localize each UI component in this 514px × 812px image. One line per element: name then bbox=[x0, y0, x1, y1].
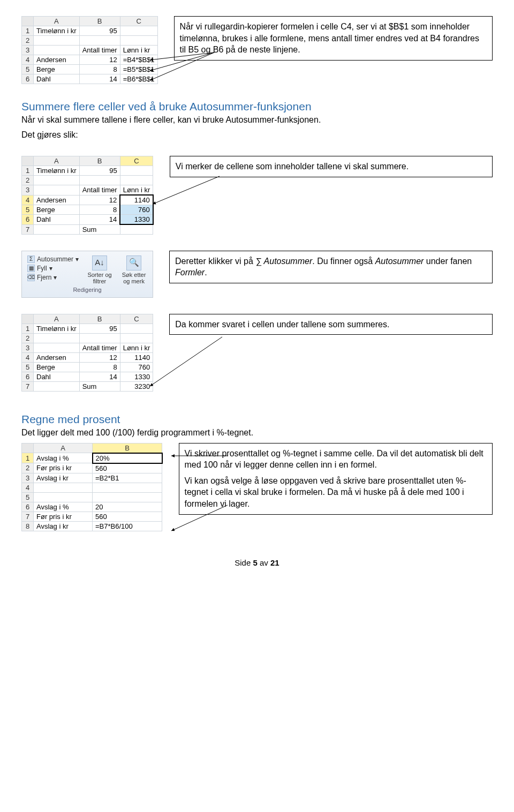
cell[interactable] bbox=[120, 324, 153, 333]
cell-selected[interactable]: 1140 bbox=[120, 195, 153, 205]
cell[interactable]: Andersen bbox=[34, 195, 80, 205]
col-header[interactable]: A bbox=[34, 17, 80, 26]
cell[interactable]: =B2*B1 bbox=[93, 473, 162, 483]
cell[interactable] bbox=[120, 333, 153, 343]
cell[interactable]: Antall timer bbox=[79, 185, 120, 196]
col-header[interactable]: B bbox=[79, 156, 120, 166]
col-header[interactable]: C bbox=[120, 314, 153, 324]
col-header[interactable]: B bbox=[79, 314, 120, 324]
ribbon-find-select[interactable]: 🔍 Søk etter og merk bbox=[120, 255, 147, 284]
col-header[interactable]: B bbox=[79, 17, 120, 26]
cell[interactable]: 95 bbox=[79, 324, 120, 333]
cell[interactable]: 12 bbox=[79, 195, 120, 205]
cell[interactable]: 760 bbox=[120, 362, 153, 372]
cell[interactable] bbox=[34, 46, 80, 55]
cell[interactable]: Før pris i kr bbox=[34, 512, 93, 521]
cell[interactable] bbox=[93, 492, 162, 502]
ribbon-autosum[interactable]: ΣAutosummer▾ bbox=[27, 255, 79, 263]
cell[interactable]: 8 bbox=[79, 205, 120, 215]
cell[interactable]: Antall timer bbox=[79, 343, 120, 352]
cell[interactable]: Før pris i kr bbox=[34, 463, 93, 473]
cell[interactable]: Lønn i kr bbox=[120, 185, 153, 196]
cell[interactable]: 12 bbox=[79, 352, 120, 362]
row-header[interactable]: 7 bbox=[22, 512, 34, 521]
cell[interactable] bbox=[34, 185, 80, 196]
cell[interactable]: 95 bbox=[79, 166, 120, 176]
ribbon-clear[interactable]: ⌫Fjern▾ bbox=[27, 274, 79, 281]
col-header[interactable]: A bbox=[34, 443, 93, 453]
row-header[interactable]: 2 bbox=[22, 463, 34, 473]
row-header[interactable]: 6 bbox=[22, 74, 34, 84]
cell-active[interactable]: 20% bbox=[93, 453, 162, 463]
cell[interactable]: 12 bbox=[79, 55, 120, 65]
row-header[interactable]: 4 bbox=[22, 483, 34, 492]
row-header[interactable]: 4 bbox=[22, 195, 34, 205]
cell[interactable] bbox=[120, 176, 153, 185]
cell[interactable]: Avslag i kr bbox=[34, 473, 93, 483]
cell[interactable]: 14 bbox=[79, 372, 120, 381]
cell[interactable]: Lønn i kr bbox=[120, 343, 153, 352]
row-header[interactable]: 3 bbox=[22, 343, 34, 352]
cell[interactable]: Andersen bbox=[34, 55, 80, 65]
cell[interactable]: 8 bbox=[79, 65, 120, 74]
cell[interactable]: 20 bbox=[93, 502, 162, 512]
row-header[interactable]: 2 bbox=[22, 333, 34, 343]
row-header[interactable]: 1 bbox=[22, 166, 34, 176]
cell[interactable]: Berge bbox=[34, 65, 80, 74]
cell[interactable]: 1140 bbox=[120, 352, 153, 362]
cell[interactable] bbox=[79, 176, 120, 185]
cell[interactable]: 1330 bbox=[120, 372, 153, 381]
cell[interactable]: =B6*$B$1 bbox=[120, 74, 157, 84]
cell[interactable] bbox=[79, 36, 120, 46]
col-header[interactable]: C bbox=[120, 17, 157, 26]
cell[interactable] bbox=[34, 176, 80, 185]
cell[interactable]: Berge bbox=[34, 362, 80, 372]
cell[interactable] bbox=[34, 492, 93, 502]
cell-selected[interactable]: 760 bbox=[120, 205, 153, 215]
col-header[interactable]: A bbox=[34, 156, 80, 166]
row-header[interactable]: 5 bbox=[22, 205, 34, 215]
cell[interactable] bbox=[34, 224, 80, 234]
cell-selected[interactable]: 1330 bbox=[120, 215, 153, 225]
cell[interactable]: =B5*$B$1 bbox=[120, 65, 157, 74]
cell[interactable]: Timelønn i kr bbox=[34, 324, 80, 333]
row-header[interactable]: 2 bbox=[22, 176, 34, 185]
cell[interactable] bbox=[79, 333, 120, 343]
row-header[interactable]: 5 bbox=[22, 65, 34, 74]
cell[interactable]: 560 bbox=[93, 512, 162, 521]
cell[interactable] bbox=[120, 36, 157, 46]
row-header[interactable]: 4 bbox=[22, 352, 34, 362]
cell[interactable] bbox=[34, 483, 93, 492]
row-header[interactable]: 6 bbox=[22, 502, 34, 512]
row-header[interactable]: 8 bbox=[22, 521, 34, 531]
cell[interactable]: Timelønn i kr bbox=[34, 26, 80, 36]
row-header[interactable]: 7 bbox=[22, 224, 34, 234]
row-header[interactable]: 3 bbox=[22, 473, 34, 483]
cell[interactable] bbox=[34, 36, 80, 46]
cell[interactable]: Andersen bbox=[34, 352, 80, 362]
cell[interactable]: 14 bbox=[79, 74, 120, 84]
row-header[interactable]: 3 bbox=[22, 46, 34, 55]
row-header[interactable]: 2 bbox=[22, 36, 34, 46]
cell[interactable] bbox=[120, 166, 153, 176]
cell[interactable] bbox=[120, 224, 153, 234]
row-header[interactable]: 6 bbox=[22, 372, 34, 381]
ribbon-fill[interactable]: ▦Fyll▾ bbox=[27, 265, 79, 272]
row-header[interactable]: 5 bbox=[22, 492, 34, 502]
cell[interactable]: 95 bbox=[79, 26, 120, 36]
cell[interactable]: Timelønn i kr bbox=[34, 166, 80, 176]
row-header[interactable]: 1 bbox=[22, 26, 34, 36]
cell[interactable]: Avslag i % bbox=[34, 502, 93, 512]
cell[interactable]: Dahl bbox=[34, 215, 80, 225]
row-header[interactable]: 5 bbox=[22, 362, 34, 372]
cell[interactable]: Avslag i % bbox=[34, 453, 93, 463]
cell[interactable] bbox=[34, 343, 80, 352]
cell[interactable]: =B4*$B$1 bbox=[120, 55, 157, 65]
cell[interactable]: Lønn i kr bbox=[120, 46, 157, 55]
row-header[interactable]: 7 bbox=[22, 381, 34, 391]
cell[interactable] bbox=[93, 483, 162, 492]
cell[interactable]: Sum bbox=[79, 224, 120, 234]
cell[interactable]: 560 bbox=[93, 463, 162, 473]
ribbon-sort-filter[interactable]: A↓ Sorter og filtrer bbox=[86, 255, 113, 284]
cell[interactable]: =B7*B6/100 bbox=[93, 521, 162, 531]
